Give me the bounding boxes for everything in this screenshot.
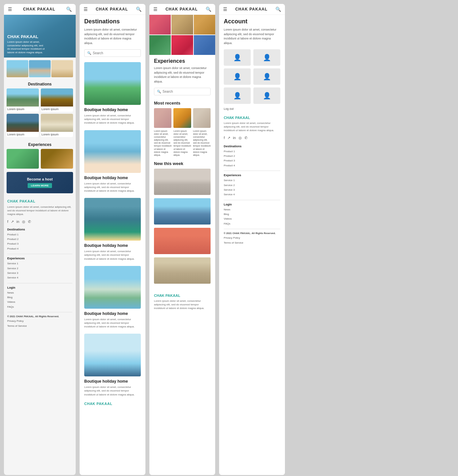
listing-img-1 — [84, 62, 141, 105]
destinations-search-box[interactable]: 🔍 — [84, 49, 141, 57]
listing-title-5: Boutique holiday home — [84, 379, 141, 384]
panel2-content: Destinations Lorem ipsum dolor sit amet,… — [80, 15, 145, 475]
destinations-heading: Destinations — [84, 18, 141, 25]
avatar-6: 👤 — [253, 87, 280, 104]
footer-link-service3[interactable]: Service 3 — [7, 271, 72, 275]
footer-link-service2[interactable]: Service 2 — [7, 266, 72, 271]
p4-link-product2[interactable]: Product 2 — [224, 154, 280, 158]
p4-terms[interactable]: Terms of Service — [224, 241, 280, 245]
hero-title: CHAK PAKAAL — [7, 34, 47, 39]
menu-icon[interactable]: ☰ — [8, 7, 12, 12]
p4-menu-icon[interactable]: ☰ — [223, 7, 227, 12]
top-img-1 — [149, 15, 171, 35]
footer-link-news[interactable]: News — [7, 291, 72, 295]
p4-link-service1[interactable]: Service 1 — [224, 178, 280, 183]
destinations-title: Destinations — [4, 80, 76, 88]
p4-link-news[interactable]: News — [224, 207, 280, 212]
recent-card-3: Lorem ipsum dolor sit amet, consectetur … — [193, 108, 211, 156]
listing-title-3: Boutique holiday home — [84, 243, 141, 248]
footer-link-product3[interactable]: Product 3 — [7, 242, 72, 246]
p3-search-icon[interactable]: 🔍 — [206, 7, 211, 12]
avatar-icon-4: 👤 — [263, 73, 271, 81]
p4-link-service2[interactable]: Service 2 — [224, 183, 280, 188]
p4-linkedin-icon[interactable]: in — [233, 136, 236, 140]
p4-link-service3[interactable]: Service 3 — [224, 188, 280, 192]
footer-link-videos[interactable]: Videos — [7, 300, 72, 304]
panel1-footer: CHAK PAKAAL Lorem ipsum dolor sit amet, … — [4, 197, 76, 334]
p4-exp-title: Experiences — [224, 174, 280, 177]
phone-icon[interactable]: ✆ — [28, 220, 31, 224]
avatar-3: 👤 — [224, 68, 251, 85]
p4-divider-2 — [224, 200, 280, 200]
top-img-6 — [194, 35, 215, 55]
panel4-header: ☰ CHAK PAKAAL 🔍 — [219, 4, 285, 15]
top-img-2 — [171, 15, 193, 35]
experiences-title: Experiences — [4, 140, 76, 149]
linkedin-icon[interactable]: in — [16, 220, 19, 224]
panel-2: ☰ CHAK PAKAAL 🔍 Destinations Lorem ipsum… — [80, 4, 145, 475]
dest-card-3[interactable]: Lorem ipsum — [7, 114, 39, 137]
avatar-1: 👤 — [224, 49, 251, 66]
avatar-5: 👤 — [224, 87, 251, 104]
panel-1: ☰ CHAK PAKAAL 🔍 CHAK PAKAAL Lorem ipsum … — [4, 4, 76, 475]
footer-link-blog[interactable]: Blog — [7, 295, 72, 300]
destinations-search-input[interactable] — [93, 51, 138, 55]
footer-link-service4[interactable]: Service 4 — [7, 275, 72, 280]
new-week-img-1 — [154, 169, 211, 195]
footer-link-product1[interactable]: Product 1 — [7, 232, 72, 237]
p4-dest-title: Destinations — [224, 145, 280, 148]
dest-card-1[interactable]: Lorem ipsum — [7, 88, 39, 112]
footer-link-service1[interactable]: Service 1 — [7, 261, 72, 266]
logout-button[interactable]: Log out — [224, 107, 280, 110]
search-icon[interactable]: 🔍 — [66, 7, 72, 12]
p4-link-videos[interactable]: Videos — [224, 217, 280, 221]
p4-link-service4[interactable]: Service 4 — [224, 192, 280, 197]
listing-card-2: Boutique holiday home Lorem ipsum dolor … — [84, 130, 141, 193]
p3-footer-brand: CHAK PAKAAL — [154, 294, 211, 298]
p2-menu-icon[interactable]: ☰ — [84, 7, 88, 12]
p4-link-product1[interactable]: Product 1 — [224, 149, 280, 154]
avatar-4: 👤 — [253, 68, 280, 85]
avatar-grid: 👤 👤 👤 👤 👤 👤 — [224, 49, 280, 104]
dest-label-2: Lorem ipsum — [41, 107, 73, 112]
footer-link-product4[interactable]: Product 4 — [7, 247, 72, 251]
footer-link-faqs[interactable]: FAQs — [7, 305, 72, 309]
listing-card-4: Boutique holiday home Lorem ipsum dolor … — [84, 266, 141, 329]
p4-link-product3[interactable]: Product 3 — [224, 158, 280, 163]
p4-privacy[interactable]: Privacy Policy — [224, 236, 280, 240]
dest-card-4[interactable]: Lorem ipsum — [41, 114, 73, 137]
p2-search-icon[interactable]: 🔍 — [136, 7, 141, 12]
footer-terms[interactable]: Terms of Service — [7, 324, 72, 328]
footer-link-product2[interactable]: Product 2 — [7, 237, 72, 242]
beach-img-1 — [7, 60, 28, 77]
p4-link-faqs[interactable]: FAQs — [224, 222, 280, 226]
twitter-icon[interactable]: ↗ — [11, 220, 14, 224]
p4-phone-icon[interactable]: ✆ — [244, 136, 247, 140]
p4-instagram-icon[interactable]: ◎ — [239, 136, 242, 140]
top-img-3 — [194, 15, 215, 35]
dest-label-4: Lorem ipsum — [41, 132, 73, 137]
destinations-desc: Lorem ipsum dolor sit amet, consectetur … — [84, 28, 141, 45]
recent-desc-2: Lorem ipsum dolor sit amet, consectetur … — [173, 130, 191, 156]
p4-divider-3 — [224, 229, 280, 229]
p4-facebook-icon[interactable]: f — [224, 136, 225, 140]
listing-img-2 — [84, 130, 141, 173]
p4-search-icon[interactable]: 🔍 — [275, 7, 281, 12]
instagram-icon[interactable]: ◎ — [22, 220, 25, 224]
p4-twitter-icon[interactable]: ↗ — [227, 136, 230, 140]
p4-link-blog[interactable]: Blog — [224, 212, 280, 217]
p4-brand: CHAK PAKAAL — [235, 7, 267, 12]
experiences-search-input[interactable] — [163, 90, 208, 93]
dest-card-2[interactable]: Lorem ipsum — [41, 88, 73, 112]
facebook-icon[interactable]: f — [7, 220, 8, 224]
footer-login-title: Login — [7, 286, 72, 289]
p4-link-product4[interactable]: Product 4 — [224, 163, 280, 168]
hero-section: CHAK PAKAAL Lorem ipsum dolor sit amet, … — [4, 15, 76, 58]
learn-more-button[interactable]: LEARN MORE — [28, 183, 52, 188]
experiences-search-box[interactable]: 🔍 — [154, 88, 211, 95]
p3-menu-icon[interactable]: ☰ — [153, 7, 158, 12]
account-heading: Account — [224, 18, 280, 25]
listing-title-2: Boutique holiday home — [84, 176, 141, 180]
top-img-4 — [149, 35, 171, 55]
footer-privacy[interactable]: Privacy Policy — [7, 319, 72, 323]
